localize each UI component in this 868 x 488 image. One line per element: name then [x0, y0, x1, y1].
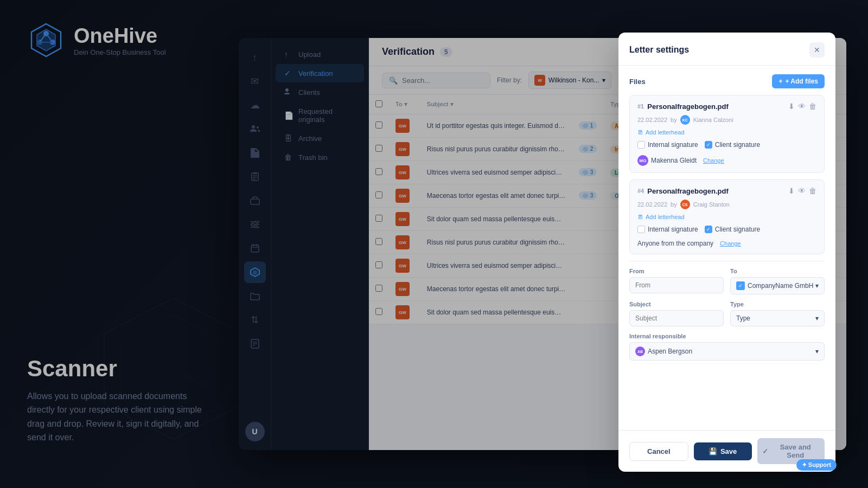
responsible-group: Internal responsible AB Aspen Bergson ▾	[629, 333, 825, 361]
save-icon: 💾	[709, 447, 717, 455]
to-value: CompanyName GmbH	[748, 282, 813, 290]
file-number-1: #1	[637, 103, 644, 110]
file-number-4: #4	[637, 188, 644, 194]
modal-close-button[interactable]: ✕	[809, 42, 825, 57]
subject-type-row: Subject Type Type ▾	[629, 301, 825, 326]
eye-icon-4[interactable]: 👁	[798, 187, 806, 195]
files-label: Files	[629, 78, 646, 86]
file-by-1: by	[671, 117, 677, 123]
modal-body: Files + + Add files #1 Personalfrageboge…	[618, 66, 835, 430]
type-select[interactable]: Type ▾	[730, 310, 825, 326]
to-select-icon: ✓ CompanyName GmbH	[736, 281, 813, 290]
from-label: From	[629, 268, 724, 274]
file-card-1: #1 Personalfragebogen.pdf ⬇ 👁 🗑 22.02.20…	[629, 95, 825, 173]
from-group: From	[629, 268, 724, 294]
modal-title: Letter settings	[629, 45, 689, 55]
trash-icon-1[interactable]: 🗑	[809, 102, 816, 111]
modal-header: Letter settings ✕	[618, 33, 835, 66]
add-files-button[interactable]: + + Add files	[772, 74, 825, 88]
support-badge[interactable]: ✦ Support	[796, 459, 837, 471]
responsible-select-icon: AB Aspen Bergson	[635, 346, 692, 356]
subject-input[interactable]	[629, 310, 724, 326]
responsible-select[interactable]: AB Aspen Bergson ▾	[629, 342, 825, 361]
sig-user-name-4: Anyone from the company	[637, 240, 713, 247]
file-name-group-1: #1 Personalfragebogen.pdf	[637, 102, 729, 111]
responsible-chevron-icon: ▾	[815, 348, 819, 355]
internal-sig-label-4[interactable]: Internal signature	[637, 226, 698, 233]
add-letterhead-1[interactable]: 🖹 Add letterhead	[637, 129, 816, 136]
responsible-label: Internal responsible	[629, 333, 825, 339]
client-sig-label-4[interactable]: ✓ Client signature	[705, 226, 760, 233]
client-sig-checkbox-4[interactable]: ✓	[705, 226, 712, 233]
letterhead-icon-1: 🖹	[637, 129, 643, 136]
files-section-header: Files + + Add files	[629, 74, 825, 88]
from-to-row: From To ✓ CompanyName GmbH ▾	[629, 268, 825, 294]
file-name-4: Personalfragebogen.pdf	[647, 187, 729, 195]
file-card-4: #4 Personalfragebogen.pdf ⬇ 👁 🗑 22.02.20…	[629, 179, 825, 254]
to-chevron-icon: ▾	[815, 282, 819, 290]
plus-icon: +	[778, 78, 782, 85]
client-sig-label-1[interactable]: ✓ Client signature	[705, 141, 760, 149]
modal-divider	[629, 261, 825, 261]
to-group: To ✓ CompanyName GmbH ▾	[730, 268, 825, 294]
sig-row-1: Internal signature ✓ Client signature MG…	[637, 141, 816, 166]
file-name-group-4: #4 Personalfragebogen.pdf	[637, 187, 729, 195]
file-by-4: by	[671, 201, 677, 208]
sig-user-name-1: Makenna Gleidt	[651, 157, 697, 164]
file-meta-1: 22.02.2022 by KC Kianna Calzoni	[637, 115, 816, 125]
file-date-4: 22.02.2022	[637, 201, 667, 208]
trash-icon-4[interactable]: 🗑	[809, 187, 816, 195]
sig-row-4: Internal signature ✓ Client signature An…	[637, 226, 816, 247]
internal-sig-checkbox-1[interactable]	[637, 141, 645, 149]
file-author-4: Craig Stanton	[693, 201, 730, 208]
download-icon-4[interactable]: ⬇	[788, 187, 795, 195]
to-label: To	[730, 268, 825, 274]
sig-user-4: Anyone from the company	[637, 240, 713, 247]
to-select[interactable]: ✓ CompanyName GmbH ▾	[730, 277, 825, 294]
internal-sig-checkbox-4[interactable]	[637, 226, 645, 233]
letterhead-icon-4: 🖹	[637, 214, 643, 220]
modal-overlay: Letter settings ✕ Files + + Add files #1…	[0, 0, 868, 488]
eye-icon-1[interactable]: 👁	[798, 102, 806, 111]
file-actions-1: ⬇ 👁 🗑	[788, 102, 816, 111]
change-link-4[interactable]: Change	[720, 240, 741, 247]
from-input[interactable]	[629, 277, 724, 293]
file-meta-4: 22.02.2022 by CS Craig Stanton	[637, 200, 816, 209]
type-group: Type Type ▾	[730, 301, 825, 326]
type-chevron-icon: ▾	[815, 314, 819, 322]
client-sig-checkbox-1[interactable]: ✓	[705, 141, 712, 149]
responsible-value: Aspen Bergson	[648, 348, 692, 355]
sig-user-avatar-1: MG	[637, 155, 648, 166]
file-card-4-header: #4 Personalfragebogen.pdf ⬇ 👁 🗑	[637, 187, 816, 195]
file-author-1: Kianna Calzoni	[693, 117, 733, 123]
subject-group: Subject	[629, 301, 724, 326]
file-author-avatar-1: KC	[680, 115, 690, 125]
file-card-1-header: #1 Personalfragebogen.pdf ⬇ 👁 🗑	[637, 102, 816, 111]
sig-user-1: MG Makenna Gleidt	[637, 155, 697, 166]
internal-sig-label-1[interactable]: Internal signature	[637, 141, 698, 149]
type-placeholder: Type	[736, 314, 750, 322]
company-check-icon: ✓	[736, 281, 745, 290]
file-actions-4: ⬇ 👁 🗑	[788, 187, 816, 195]
type-label: Type	[730, 301, 825, 307]
download-icon-1[interactable]: ⬇	[788, 102, 795, 111]
file-date-1: 22.02.2022	[637, 117, 667, 123]
check-icon: ✓	[762, 447, 768, 455]
add-letterhead-4[interactable]: 🖹 Add letterhead	[637, 214, 816, 220]
save-button[interactable]: 💾 Save	[694, 442, 752, 460]
letter-settings-modal: Letter settings ✕ Files + + Add files #1…	[618, 33, 835, 472]
file-name-1: Personalfragebogen.pdf	[647, 102, 729, 111]
cancel-button[interactable]: Cancel	[629, 442, 688, 461]
file-author-avatar-4: CS	[680, 200, 690, 209]
responsible-avatar: AB	[635, 346, 645, 356]
subject-label: Subject	[629, 301, 724, 307]
change-link-1[interactable]: Change	[703, 157, 724, 164]
